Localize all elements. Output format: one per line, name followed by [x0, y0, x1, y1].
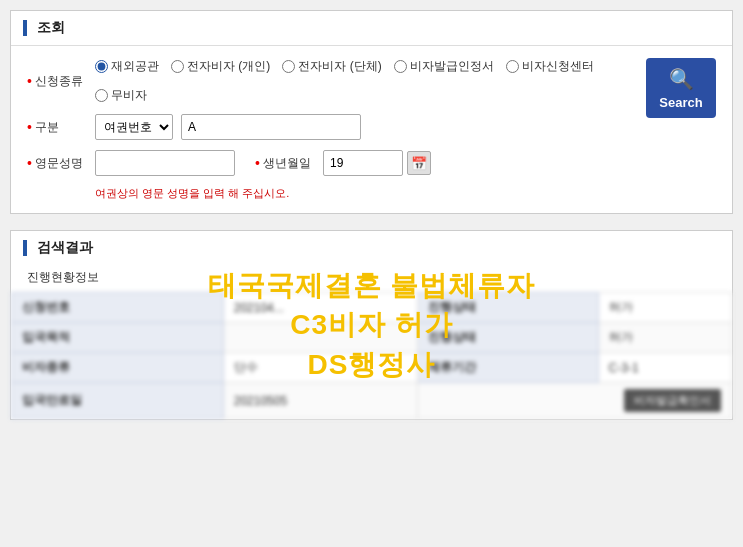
search-button[interactable]: 🔍 Search	[646, 58, 716, 118]
visa-type-value: 단수	[223, 353, 417, 383]
division-label: • 구분	[27, 119, 87, 136]
application-type-row: • 신청종류 재외공관 전자비자 (개인)	[27, 58, 638, 104]
radio-visa-center[interactable]: 비자신청센터	[506, 58, 594, 75]
radio-evisa-group[interactable]: 전자비자 (단체)	[282, 58, 381, 75]
results-title: 검색결과	[11, 231, 732, 265]
entry-value	[223, 323, 417, 353]
search-icon: 🔍	[669, 67, 694, 91]
col-header-status2: 진행상태	[418, 323, 598, 353]
search-button-label: Search	[659, 95, 702, 110]
division-row: • 구분 여권번호 신청번호	[27, 114, 638, 140]
stay-value: C-3-1	[598, 353, 731, 383]
required-marker: •	[27, 74, 32, 88]
visa-confirm-button[interactable]: 비자발급확인서	[624, 389, 721, 412]
col-header-entry: 입국목적	[12, 323, 224, 353]
birth-input[interactable]	[323, 150, 403, 176]
status-value: 허가	[598, 293, 731, 323]
birth-label: • 생년월일	[255, 155, 315, 172]
app-no-value: 202104...	[223, 293, 417, 323]
query-title-text: 조회	[37, 19, 65, 37]
radio-jaeoe[interactable]: 재외공관	[95, 58, 159, 75]
table-row: 입국목적 진행상태 허가	[12, 323, 732, 353]
application-type-label: • 신청종류	[27, 73, 87, 90]
required-marker-2: •	[27, 120, 32, 134]
division-select[interactable]: 여권번호 신청번호	[95, 114, 173, 140]
col-header-stay: 체류기간	[418, 353, 598, 383]
radio-evisa-individual[interactable]: 전자비자 (개인)	[171, 58, 270, 75]
name-label: • 영문성명	[27, 155, 87, 172]
results-section: 검색결과 진행현황정보 신청번호 202104... 진행상태 허가 입국목적 …	[10, 230, 733, 420]
table-row: 입국만료일 20210505 비자발급확인서	[12, 383, 732, 419]
col-header-status: 진행상태	[418, 293, 598, 323]
required-marker-4: •	[255, 156, 260, 170]
col-header-visa-type: 비자종류	[12, 353, 224, 383]
name-hint: 여권상의 영문 성명을 입력 해 주십시오.	[27, 186, 638, 201]
query-section-title: 조회	[11, 11, 732, 46]
required-marker-3: •	[27, 156, 32, 170]
results-table: 신청번호 202104... 진행상태 허가 입국목적 진행상태 허가 비자종류…	[11, 292, 732, 419]
calendar-icon[interactable]: 📅	[407, 151, 431, 175]
application-type-radio-group: 재외공관 전자비자 (개인) 전자비자 (단체)	[95, 58, 638, 104]
radio-novisa[interactable]: 무비자	[95, 87, 147, 104]
name-input[interactable]	[95, 150, 235, 176]
status-value2: 허가	[598, 323, 731, 353]
results-subtitle: 진행현황정보	[11, 265, 732, 292]
table-row: 비자종류 단수 체류기간 C-3-1	[12, 353, 732, 383]
name-birth-row: • 영문성명 • 생년월일 📅	[27, 150, 638, 176]
application-number-input[interactable]	[181, 114, 361, 140]
col-header-app-no: 신청번호	[12, 293, 224, 323]
expiry-value: 20210505	[223, 383, 417, 419]
col-header-expiry: 입국만료일	[12, 383, 224, 419]
table-row: 신청번호 202104... 진행상태 허가	[12, 293, 732, 323]
radio-visa-cert[interactable]: 비자발급인정서	[394, 58, 494, 75]
birth-date-wrap: 📅	[323, 150, 431, 176]
